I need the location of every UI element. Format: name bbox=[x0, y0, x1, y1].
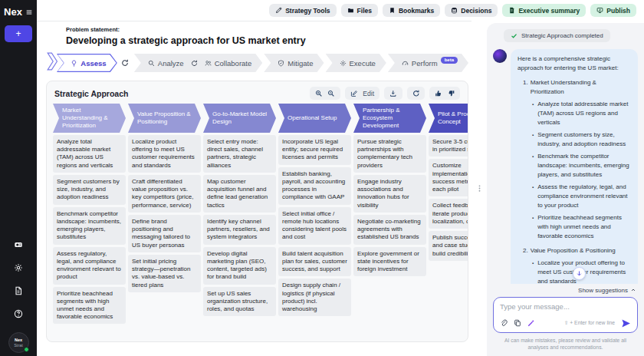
strategy-diagram: Market Understanding & Prioritization An… bbox=[47, 104, 468, 341]
topbar-button-icon bbox=[596, 7, 603, 14]
column-header: Partnership & Ecosystem Development bbox=[353, 104, 426, 133]
strategy-tools-button[interactable]: Strategy Tools bbox=[269, 4, 336, 17]
column-cell[interactable]: Publish success stories and case studies… bbox=[429, 231, 468, 261]
download-button[interactable] bbox=[389, 90, 397, 97]
topbar-button-label: Executive summary bbox=[518, 7, 580, 15]
refresh-button[interactable] bbox=[412, 90, 420, 97]
column-cell[interactable]: Negotiate co-marketing agreements with e… bbox=[353, 215, 426, 245]
main-area: Problem statement: Developing a strategi… bbox=[37, 21, 472, 356]
topbar-button-label: Decisions bbox=[461, 7, 491, 15]
column-cell[interactable]: Select entry mode: direct sales, channel… bbox=[203, 135, 276, 173]
topbar-button-label: Strategy Tools bbox=[285, 7, 330, 15]
edit-button[interactable] bbox=[350, 90, 358, 97]
column-cell[interactable]: Select initial office / remote hub locat… bbox=[278, 207, 351, 245]
column-cell[interactable]: Analyze total addressable market (TAM) a… bbox=[53, 135, 126, 173]
help-icon[interactable] bbox=[14, 309, 23, 318]
diagram-column: Go-to-Market Model Design Select entry m… bbox=[203, 104, 276, 335]
new-session-button[interactable]: + bbox=[5, 25, 32, 42]
zoom-in-button[interactable] bbox=[315, 90, 323, 97]
arrow-down-icon bbox=[576, 270, 583, 277]
copy-button[interactable] bbox=[514, 319, 521, 327]
panel-resize-handle[interactable] bbox=[475, 184, 484, 193]
shield-icon bbox=[278, 60, 284, 67]
column-cell[interactable]: Secure 3-5 customers in prioritized segm… bbox=[429, 135, 468, 157]
zoom-out-button[interactable] bbox=[327, 90, 335, 97]
column-cell[interactable]: Design supply chain / logistics (if phys… bbox=[278, 279, 351, 316]
diagram-column: Pilot & Proof of Concept Secure 3-5 cust… bbox=[429, 104, 468, 335]
column-cell[interactable]: Craft differentiated value proposition v… bbox=[128, 175, 201, 213]
message-input-container: Type your message... ⇧ + Enter for new l… bbox=[493, 297, 638, 333]
column-cell[interactable]: Localize product offering to meet US cus… bbox=[128, 135, 201, 173]
send-button[interactable] bbox=[621, 318, 631, 328]
column-cell[interactable]: Segment customers by size, industry, and… bbox=[53, 175, 126, 205]
topbar: Strategy Tools Files Bookmarks Decisions… bbox=[37, 0, 644, 21]
toolbar-group bbox=[429, 87, 460, 100]
chevron-up-icon bbox=[630, 287, 636, 293]
tab-assess[interactable]: Assess bbox=[57, 54, 117, 72]
column-cell[interactable]: Customize implementation success metrics… bbox=[429, 159, 468, 196]
settings-gear-icon[interactable] bbox=[14, 263, 23, 272]
video-icon[interactable] bbox=[14, 240, 23, 249]
tab-perform[interactable]: Perform beta bbox=[388, 54, 468, 72]
column-cell[interactable]: Define brand positioning and messaging t… bbox=[128, 215, 201, 252]
topbar-button-label: Files bbox=[357, 7, 372, 15]
page-title: Developing a strategic approach for US m… bbox=[66, 35, 468, 46]
toolbar-group: Edit bbox=[345, 87, 380, 100]
topbar-button-icon bbox=[347, 7, 354, 14]
diagram-column: Market Understanding & Prioritization An… bbox=[53, 104, 126, 335]
message-bullet: ▪ Assess the regulatory, legal, and comp… bbox=[523, 183, 631, 210]
tab-collaborate[interactable]: Collaborate bbox=[205, 59, 252, 68]
magic-wand-button[interactable] bbox=[527, 319, 535, 327]
toolbar-group bbox=[384, 87, 402, 100]
message-input[interactable]: Type your message... bbox=[500, 302, 631, 313]
tabs-start-chevron bbox=[47, 52, 58, 74]
column-cell[interactable]: Explore government or state incentives f… bbox=[353, 247, 426, 277]
column-cell[interactable]: Collect feedback, iterate product locali… bbox=[429, 199, 468, 229]
bookmarks-button[interactable]: Bookmarks bbox=[383, 4, 440, 17]
thumbs-up-button[interactable] bbox=[435, 90, 442, 97]
user-avatar[interactable]: Nex Strat bbox=[8, 332, 29, 353]
column-cell[interactable]: Set initial pricing strategy—penetration… bbox=[128, 255, 201, 292]
scroll-to-bottom-button[interactable] bbox=[573, 267, 586, 280]
column-cell[interactable]: Prioritize beachhead segments with high … bbox=[53, 287, 126, 325]
publish-button[interactable]: Publish bbox=[590, 4, 636, 17]
sidebar: Nex + Nex Strat bbox=[0, 0, 37, 356]
bulb-icon bbox=[71, 60, 77, 67]
executive-summary-button[interactable]: Executive summary bbox=[502, 4, 586, 17]
newline-hint: ⇧ + Enter for new line bbox=[564, 320, 615, 326]
document-icon[interactable] bbox=[14, 286, 23, 295]
assistant-avatar bbox=[493, 49, 507, 63]
refresh-icon[interactable] bbox=[191, 60, 198, 67]
message-bullet: ▪ Segment customers by size, industry, a… bbox=[523, 130, 631, 149]
column-cell[interactable]: Benchmark competitor landscape: incumben… bbox=[53, 207, 126, 245]
refresh-icon[interactable] bbox=[121, 59, 129, 67]
topbar-button-icon bbox=[451, 7, 458, 14]
beta-badge: beta bbox=[441, 57, 458, 64]
column-cell[interactable]: Develop digital marketing plan (SEO, con… bbox=[203, 247, 276, 285]
column-cell[interactable]: Establish banking, payroll, and accounti… bbox=[278, 167, 351, 205]
attach-button[interactable] bbox=[500, 319, 508, 327]
tab-execute[interactable]: Execute bbox=[326, 54, 386, 72]
column-cell[interactable]: Identify key channel partners, resellers… bbox=[203, 215, 276, 245]
diagram-column: Operational Setup Incorporate US legal e… bbox=[278, 104, 351, 335]
toolbar-group bbox=[310, 87, 340, 100]
section-title: Market Understanding & Prioritization bbox=[531, 78, 631, 97]
tab-mitigate[interactable]: Mitigate bbox=[264, 54, 324, 72]
section-number: 2. bbox=[523, 246, 528, 255]
chat-messages: Here is a comprehensive strategic approa… bbox=[493, 49, 638, 284]
message-bullet: ▪ Analyze total addressable market (TAM)… bbox=[523, 100, 631, 127]
thumbs-down-button[interactable] bbox=[448, 90, 455, 97]
column-cell[interactable]: Incorporate US legal entity; secure requ… bbox=[278, 135, 351, 165]
column-header: Go-to-Market Model Design bbox=[203, 104, 276, 133]
show-suggestions-link[interactable]: Show suggestions bbox=[493, 284, 638, 297]
column-cell[interactable]: Engage industry associations and innovat… bbox=[353, 175, 426, 213]
files-button[interactable]: Files bbox=[341, 4, 378, 17]
column-cell[interactable]: Pursue strategic partnerships with compl… bbox=[353, 135, 426, 173]
column-cell[interactable]: Assess regulatory, legal, and compliance… bbox=[53, 247, 126, 285]
column-cell[interactable]: Map customer acquisition funnel and defi… bbox=[203, 175, 276, 213]
column-cell[interactable]: Build talent acquisition plan for sales,… bbox=[278, 247, 351, 277]
hamburger-menu-icon[interactable] bbox=[25, 8, 33, 16]
decisions-button[interactable]: Decisions bbox=[445, 4, 498, 17]
column-cell[interactable]: Set up US sales organization structure, … bbox=[203, 287, 276, 317]
tab-analyze[interactable]: Analyze bbox=[148, 59, 184, 68]
